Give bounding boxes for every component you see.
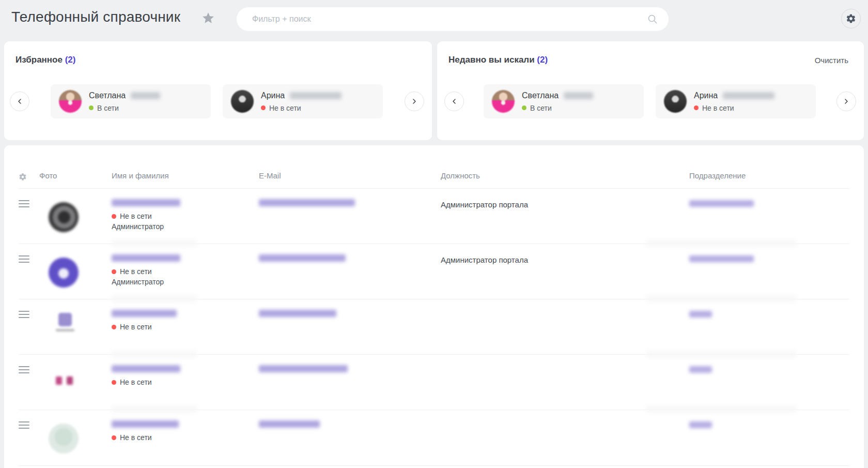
person-name: Светлана bbox=[89, 91, 126, 100]
offline-status-dot bbox=[261, 105, 266, 110]
table-row: Не в сети bbox=[19, 355, 849, 410]
employee-division-blurred-link[interactable] bbox=[689, 200, 754, 207]
employee-status: Не в сети bbox=[120, 323, 152, 331]
employee-position bbox=[441, 355, 689, 410]
employee-division-blurred-link[interactable] bbox=[689, 366, 712, 373]
settings-button[interactable] bbox=[841, 9, 861, 28]
offline-status-dot bbox=[112, 435, 116, 440]
person-name: Арина bbox=[694, 91, 718, 100]
favorite-star-icon[interactable] bbox=[202, 11, 215, 25]
drag-handle-icon[interactable] bbox=[19, 366, 29, 373]
recent-title: Недавно вы искали (2) bbox=[448, 55, 548, 65]
employee-role: Администратор bbox=[112, 222, 259, 231]
favorite-card-svetlana[interactable]: Светлана В сети bbox=[51, 84, 211, 118]
favorites-panel: Избранное (2) Светлана В сети Арина bbox=[4, 41, 432, 140]
employee-position: Администратор портала bbox=[441, 244, 689, 299]
online-status-dot bbox=[89, 105, 94, 110]
employee-avatar bbox=[49, 424, 79, 454]
employee-position bbox=[441, 410, 689, 465]
employee-division-blurred-link[interactable] bbox=[689, 311, 712, 318]
employee-name-blurred-link[interactable] bbox=[112, 310, 177, 317]
column-header-division[interactable]: Подразделение bbox=[689, 171, 849, 188]
employee-avatar bbox=[49, 202, 79, 232]
page-title: Телефонный справочник bbox=[11, 9, 180, 25]
recent-next-button[interactable] bbox=[836, 92, 856, 111]
panels-row: Избранное (2) Светлана В сети Арина bbox=[4, 41, 864, 140]
person-status: Не в сети bbox=[702, 104, 734, 112]
person-surname-blurred bbox=[564, 92, 593, 99]
drag-handle-icon[interactable] bbox=[19, 255, 29, 263]
favorites-title: Избранное (2) bbox=[16, 55, 75, 65]
favorites-title-text: Избранное bbox=[16, 55, 63, 65]
drag-handle-icon[interactable] bbox=[19, 311, 29, 318]
recent-card-svetlana[interactable]: Светлана В сети bbox=[484, 84, 644, 118]
person-name: Светлана bbox=[522, 91, 559, 100]
drag-handle-icon[interactable] bbox=[19, 421, 29, 429]
employee-name-blurred-link[interactable] bbox=[112, 254, 180, 262]
offline-status-dot bbox=[112, 214, 116, 219]
favorites-prev-button[interactable] bbox=[10, 92, 29, 111]
column-header-position[interactable]: Должность bbox=[441, 171, 689, 188]
topbar: Телефонный справочник bbox=[0, 0, 868, 37]
recent-prev-button[interactable] bbox=[444, 92, 464, 111]
employee-status: Не в сети bbox=[120, 378, 152, 386]
person-avatar bbox=[59, 90, 82, 113]
person-name: Арина bbox=[261, 91, 285, 100]
grid-settings-button[interactable] bbox=[19, 173, 39, 188]
table-header: Фото Имя и фамилия E-Mail Должность Подр… bbox=[19, 145, 849, 189]
employee-division-blurred-link[interactable] bbox=[689, 421, 712, 428]
drag-handle-icon[interactable] bbox=[19, 200, 29, 207]
offline-status-dot bbox=[112, 269, 116, 274]
gear-icon bbox=[846, 13, 856, 24]
employee-division-blurred-link[interactable] bbox=[689, 255, 754, 262]
recent-title-text: Недавно вы искали bbox=[448, 55, 535, 65]
table-row: Не в сети bbox=[19, 410, 849, 466]
person-avatar bbox=[664, 90, 687, 113]
online-status-dot bbox=[522, 105, 526, 110]
clear-recent-button[interactable]: Очистить bbox=[812, 55, 851, 65]
employee-status: Не в сети bbox=[120, 433, 152, 442]
gear-outline-icon bbox=[19, 173, 39, 181]
employee-position: Администратор портала bbox=[441, 189, 689, 244]
person-status: В сети bbox=[97, 104, 119, 112]
employee-status: Не в сети bbox=[120, 212, 152, 220]
table-row: Не в сети bbox=[19, 299, 849, 355]
chevron-right-icon bbox=[842, 97, 850, 105]
recent-card-arina[interactable]: Арина Не в сети bbox=[656, 84, 816, 118]
employee-email-blurred-link[interactable] bbox=[259, 199, 355, 206]
person-surname-blurred bbox=[723, 92, 774, 99]
offline-status-dot bbox=[112, 325, 116, 329]
employee-email-blurred-link[interactable] bbox=[259, 420, 320, 428]
employee-name-blurred-link[interactable] bbox=[112, 420, 179, 428]
column-header-photo[interactable]: Фото bbox=[39, 171, 112, 188]
employee-email-blurred-link[interactable] bbox=[259, 365, 348, 372]
chevron-left-icon bbox=[450, 97, 458, 105]
search-input[interactable] bbox=[251, 14, 647, 24]
employee-avatar bbox=[55, 313, 75, 331]
offline-status-dot bbox=[112, 380, 116, 385]
column-header-email[interactable]: E-Mail bbox=[259, 171, 441, 188]
favorite-card-arina[interactable]: Арина Не в сети bbox=[223, 84, 383, 118]
table-row: Не в сети Администратор Администратор по… bbox=[19, 189, 849, 244]
person-status: В сети bbox=[530, 104, 552, 112]
column-header-name[interactable]: Имя и фамилия bbox=[112, 171, 259, 188]
employee-name-blurred-link[interactable] bbox=[112, 365, 180, 372]
employee-role: Администратор bbox=[112, 278, 259, 286]
chevron-left-icon bbox=[16, 97, 24, 105]
table-row: Не в сети Администратор Администратор по… bbox=[19, 244, 849, 299]
employee-email-blurred-link[interactable] bbox=[259, 254, 346, 262]
recent-searches-panel: Недавно вы искали (2) Очистить Светлана … bbox=[437, 41, 864, 140]
employees-table: Фото Имя и фамилия E-Mail Должность Подр… bbox=[4, 145, 864, 468]
person-status: Не в сети bbox=[269, 104, 301, 112]
person-avatar bbox=[492, 90, 515, 113]
employee-email-blurred-link[interactable] bbox=[259, 310, 336, 317]
recent-count: (2) bbox=[537, 55, 548, 65]
person-surname-blurred bbox=[131, 92, 160, 99]
search-box bbox=[237, 7, 669, 31]
person-surname-blurred bbox=[290, 92, 342, 99]
offline-status-dot bbox=[694, 105, 699, 110]
employee-name-blurred-link[interactable] bbox=[112, 199, 180, 206]
employee-position bbox=[441, 299, 689, 354]
favorites-next-button[interactable] bbox=[405, 92, 424, 111]
employee-status: Не в сети bbox=[120, 267, 152, 276]
